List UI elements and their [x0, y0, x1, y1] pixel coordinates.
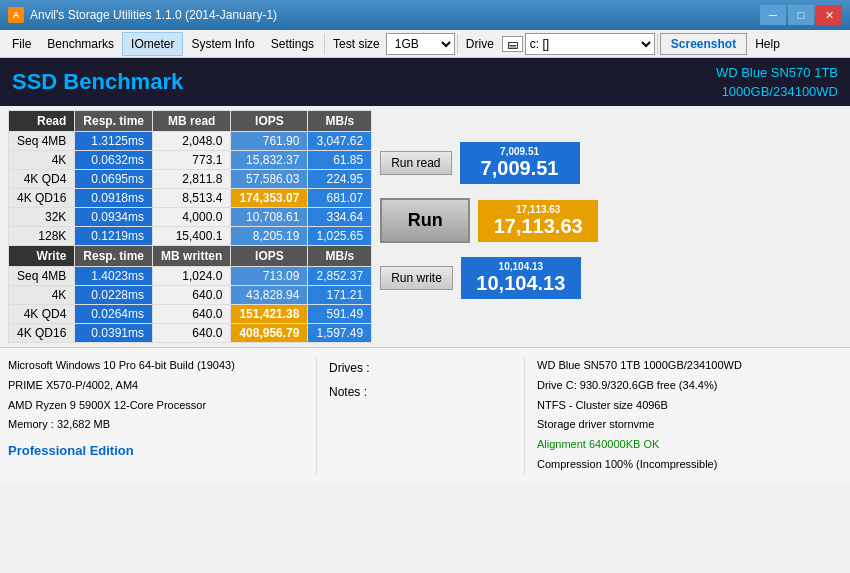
- read-score-small: 7,009.51: [472, 146, 568, 157]
- separator-2: [457, 34, 458, 54]
- total-score-row: Run 17,113.63 17,113.63: [380, 198, 842, 243]
- drive-label: Drive: [460, 35, 500, 53]
- drives-notes-panel: Drives : Notes :: [316, 356, 516, 475]
- read-header-mb: MB read: [153, 111, 231, 132]
- maximize-button[interactable]: □: [788, 5, 814, 25]
- system-info: Microsoft Windows 10 Pro 64-bit Build (1…: [8, 356, 308, 475]
- ssd-header: SSD Benchmark WD Blue SN570 1TB 1000GB/2…: [0, 58, 850, 106]
- bottom-panel: Microsoft Windows 10 Pro 64-bit Build (1…: [0, 347, 850, 483]
- write-score-box: 10,104.13 10,104.13: [461, 257, 581, 299]
- drive-detail-name: WD Blue SN570 1TB 1000GB/234100WD: [537, 356, 842, 376]
- write-header-row: Write Resp. time MB written IOPS MB/s: [9, 246, 372, 267]
- total-score-small: 17,113.63: [490, 204, 586, 215]
- drive-detail-c: Drive C: 930.9/320.6GB free (34.4%): [537, 376, 842, 396]
- menu-systeminfo[interactable]: System Info: [183, 33, 262, 55]
- write-header-mb: MB written: [153, 246, 231, 267]
- notes-label: Notes :: [329, 380, 516, 404]
- right-panel: Run read 7,009.51 7,009.51 Run 17,113.63…: [380, 110, 842, 343]
- drive-detail-compression: Compression 100% (Incompressible): [537, 455, 842, 475]
- memory-info: Memory : 32,682 MB: [8, 415, 308, 435]
- table-row: 128K 0.1219ms 15,400.1 8,205.19 1,025.65: [9, 227, 372, 246]
- read-table: Read Resp. time MB read IOPS MB/s Seq 4M…: [8, 110, 372, 343]
- drive-icon: 🖴: [507, 38, 518, 50]
- menu-iometer[interactable]: IOmeter: [122, 32, 183, 56]
- total-score-large: 17,113.63: [490, 215, 586, 238]
- testsize-label: Test size: [327, 35, 386, 53]
- menu-settings[interactable]: Settings: [263, 33, 322, 55]
- menu-bar: File Benchmarks IOmeter System Info Sett…: [0, 30, 850, 58]
- write-score-small: 10,104.13: [473, 261, 569, 272]
- drive-detail-panel: WD Blue SN570 1TB 1000GB/234100WD Drive …: [524, 356, 842, 475]
- drive-detail: 1000GB/234100WD: [716, 82, 838, 102]
- table-row: Seq 4MB 1.3125ms 2,048.0 761.90 3,047.62: [9, 132, 372, 151]
- title-bar: A Anvil's Storage Utilities 1.1.0 (2014-…: [0, 0, 850, 30]
- read-score-row: Run read 7,009.51 7,009.51: [380, 142, 842, 184]
- drives-label: Drives :: [329, 356, 516, 380]
- read-header-label: Read: [9, 111, 75, 132]
- drive-detail-fs: NTFS - Cluster size 4096B: [537, 396, 842, 416]
- drive-detail-storage: Storage driver stornvme: [537, 415, 842, 435]
- read-header-resp: Resp. time: [75, 111, 153, 132]
- write-header-mbs: MB/s: [308, 246, 372, 267]
- screenshot-button[interactable]: Screenshot: [660, 33, 747, 55]
- edition-label: Professional Edition: [8, 439, 308, 462]
- drive-detail-alignment: Alignment 640000KB OK: [537, 435, 842, 455]
- write-score-row: Run write 10,104.13 10,104.13: [380, 257, 842, 299]
- run-main-button[interactable]: Run: [380, 198, 470, 243]
- menu-help[interactable]: Help: [747, 33, 788, 55]
- drive-info: WD Blue SN570 1TB 1000GB/234100WD: [716, 63, 838, 102]
- drive-select[interactable]: c: []: [525, 33, 655, 55]
- title-bar-icon: A: [8, 7, 24, 23]
- benchmark-table: Read Resp. time MB read IOPS MB/s Seq 4M…: [8, 110, 372, 343]
- ssd-benchmark-title: SSD Benchmark: [12, 69, 183, 95]
- table-row: 4K QD16 0.0391ms 640.0 408,956.79 1,597.…: [9, 324, 372, 343]
- testsize-select[interactable]: 1GB 512MB 256MB: [386, 33, 455, 55]
- table-row: 32K 0.0934ms 4,000.0 10,708.61 334.64: [9, 208, 372, 227]
- table-row: 4K 0.0632ms 773.1 15,832.37 61.85: [9, 151, 372, 170]
- title-bar-controls: ─ □ ✕: [760, 5, 842, 25]
- table-row: 4K 0.0228ms 640.0 43,828.94 171.21: [9, 286, 372, 305]
- write-header-label: Write: [9, 246, 75, 267]
- read-header-mbs: MB/s: [308, 111, 372, 132]
- read-score-large: 7,009.51: [472, 157, 568, 180]
- title-bar-title: Anvil's Storage Utilities 1.1.0 (2014-Ja…: [30, 8, 760, 22]
- write-header-resp: Resp. time: [75, 246, 153, 267]
- menu-benchmarks[interactable]: Benchmarks: [39, 33, 122, 55]
- board-info: PRIME X570-P/4002, AM4: [8, 376, 308, 396]
- cpu-info: AMD Ryzen 9 5900X 12-Core Processor: [8, 396, 308, 416]
- separator-3: [657, 34, 658, 54]
- read-header-iops: IOPS: [231, 111, 308, 132]
- main-content: Read Resp. time MB read IOPS MB/s Seq 4M…: [0, 106, 850, 347]
- total-score-box: 17,113.63 17,113.63: [478, 200, 598, 242]
- table-row: 4K QD4 0.0695ms 2,811.8 57,586.03 224.95: [9, 170, 372, 189]
- write-header-iops: IOPS: [231, 246, 308, 267]
- close-button[interactable]: ✕: [816, 5, 842, 25]
- drive-name: WD Blue SN570 1TB: [716, 63, 838, 83]
- read-header-row: Read Resp. time MB read IOPS MB/s: [9, 111, 372, 132]
- run-write-button[interactable]: Run write: [380, 266, 453, 290]
- run-read-button[interactable]: Run read: [380, 151, 451, 175]
- menu-file[interactable]: File: [4, 33, 39, 55]
- table-row: 4K QD4 0.0264ms 640.0 151,421.38 591.49: [9, 305, 372, 324]
- minimize-button[interactable]: ─: [760, 5, 786, 25]
- read-score-box: 7,009.51 7,009.51: [460, 142, 580, 184]
- table-row: 4K QD16 0.0918ms 8,513.4 174,353.07 681.…: [9, 189, 372, 208]
- separator-1: [324, 34, 325, 54]
- os-info: Microsoft Windows 10 Pro 64-bit Build (1…: [8, 356, 308, 376]
- table-row: Seq 4MB 1.4023ms 1,024.0 713.09 2,852.37: [9, 267, 372, 286]
- write-score-large: 10,104.13: [473, 272, 569, 295]
